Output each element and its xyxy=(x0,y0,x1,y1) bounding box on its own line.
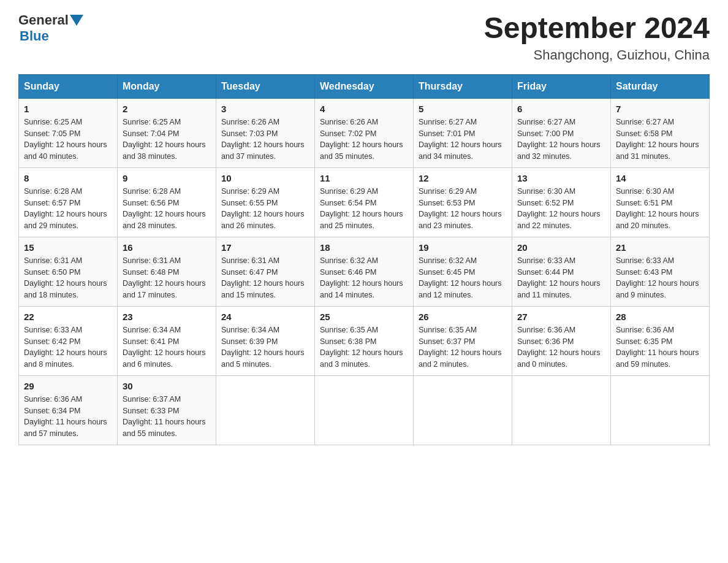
calendar-cell: 5Sunrise: 6:27 AMSunset: 7:01 PMDaylight… xyxy=(414,98,512,167)
calendar-cell: 6Sunrise: 6:27 AMSunset: 7:00 PMDaylight… xyxy=(512,98,611,167)
day-info: Sunrise: 6:25 AMSunset: 7:05 PMDaylight:… xyxy=(24,117,112,163)
day-number: 17 xyxy=(221,242,309,253)
day-number: 1 xyxy=(24,104,112,114)
calendar-cell: 16Sunrise: 6:31 AMSunset: 6:48 PMDayligh… xyxy=(118,237,216,306)
day-number: 15 xyxy=(24,242,112,253)
day-info: Sunrise: 6:30 AMSunset: 6:51 PMDaylight:… xyxy=(616,186,704,232)
day-number: 27 xyxy=(517,312,605,322)
day-number: 21 xyxy=(616,242,704,253)
calendar-cell: 21Sunrise: 6:33 AMSunset: 6:43 PMDayligh… xyxy=(611,237,710,306)
calendar-cell xyxy=(512,375,611,445)
day-number: 3 xyxy=(221,104,309,114)
calendar-cell: 13Sunrise: 6:30 AMSunset: 6:52 PMDayligh… xyxy=(512,167,611,237)
day-number: 20 xyxy=(517,242,605,253)
day-info: Sunrise: 6:31 AMSunset: 6:48 PMDaylight:… xyxy=(123,255,211,301)
svg-marker-0 xyxy=(70,15,83,26)
month-year-title: September 2024 xyxy=(484,12,710,45)
calendar-cell: 7Sunrise: 6:27 AMSunset: 6:58 PMDaylight… xyxy=(611,98,710,167)
logo-general-text: General xyxy=(18,12,69,28)
day-info: Sunrise: 6:31 AMSunset: 6:50 PMDaylight:… xyxy=(24,255,112,301)
col-header-tuesday: Tuesday xyxy=(216,74,315,98)
day-info: Sunrise: 6:29 AMSunset: 6:53 PMDaylight:… xyxy=(419,186,507,232)
calendar-week-row: 22Sunrise: 6:33 AMSunset: 6:42 PMDayligh… xyxy=(19,306,710,375)
calendar-cell: 19Sunrise: 6:32 AMSunset: 6:45 PMDayligh… xyxy=(414,237,512,306)
calendar-week-row: 8Sunrise: 6:28 AMSunset: 6:57 PMDaylight… xyxy=(19,167,710,237)
day-info: Sunrise: 6:35 AMSunset: 6:37 PMDaylight:… xyxy=(419,324,507,370)
day-number: 25 xyxy=(320,312,408,322)
day-number: 28 xyxy=(616,312,704,322)
calendar-cell: 17Sunrise: 6:31 AMSunset: 6:47 PMDayligh… xyxy=(216,237,315,306)
day-number: 4 xyxy=(320,104,408,114)
day-info: Sunrise: 6:33 AMSunset: 6:43 PMDaylight:… xyxy=(616,255,704,301)
day-info: Sunrise: 6:36 AMSunset: 6:34 PMDaylight:… xyxy=(24,394,112,440)
calendar-cell: 24Sunrise: 6:34 AMSunset: 6:39 PMDayligh… xyxy=(216,306,315,375)
col-header-thursday: Thursday xyxy=(414,74,512,98)
day-number: 29 xyxy=(24,381,112,391)
day-info: Sunrise: 6:35 AMSunset: 6:38 PMDaylight:… xyxy=(320,324,408,370)
calendar-cell: 28Sunrise: 6:36 AMSunset: 6:35 PMDayligh… xyxy=(611,306,710,375)
calendar-cell: 22Sunrise: 6:33 AMSunset: 6:42 PMDayligh… xyxy=(19,306,118,375)
location-subtitle: Shangchong, Guizhou, China xyxy=(484,47,710,63)
calendar-cell: 26Sunrise: 6:35 AMSunset: 6:37 PMDayligh… xyxy=(414,306,512,375)
day-number: 24 xyxy=(221,312,309,322)
day-number: 2 xyxy=(123,104,211,114)
calendar-table: SundayMondayTuesdayWednesdayThursdayFrid… xyxy=(18,74,710,445)
day-number: 5 xyxy=(419,104,507,114)
day-number: 18 xyxy=(320,242,408,253)
header: General Blue September 2024 Shangchong, … xyxy=(18,12,710,63)
day-number: 30 xyxy=(123,381,211,391)
calendar-cell xyxy=(315,375,414,445)
calendar-cell xyxy=(216,375,315,445)
day-info: Sunrise: 6:26 AMSunset: 7:03 PMDaylight:… xyxy=(221,117,309,163)
day-info: Sunrise: 6:36 AMSunset: 6:36 PMDaylight:… xyxy=(517,324,605,370)
calendar-cell: 10Sunrise: 6:29 AMSunset: 6:55 PMDayligh… xyxy=(216,167,315,237)
calendar-week-row: 1Sunrise: 6:25 AMSunset: 7:05 PMDaylight… xyxy=(19,98,710,167)
calendar-cell: 3Sunrise: 6:26 AMSunset: 7:03 PMDaylight… xyxy=(216,98,315,167)
day-info: Sunrise: 6:29 AMSunset: 6:55 PMDaylight:… xyxy=(221,186,309,232)
day-info: Sunrise: 6:36 AMSunset: 6:35 PMDaylight:… xyxy=(616,324,704,370)
calendar-cell: 1Sunrise: 6:25 AMSunset: 7:05 PMDaylight… xyxy=(19,98,118,167)
day-info: Sunrise: 6:27 AMSunset: 6:58 PMDaylight:… xyxy=(616,117,704,163)
day-info: Sunrise: 6:30 AMSunset: 6:52 PMDaylight:… xyxy=(517,186,605,232)
day-info: Sunrise: 6:33 AMSunset: 6:42 PMDaylight:… xyxy=(24,324,112,370)
logo-triangle-icon xyxy=(70,15,83,26)
calendar-cell: 9Sunrise: 6:28 AMSunset: 6:56 PMDaylight… xyxy=(118,167,216,237)
calendar-week-row: 15Sunrise: 6:31 AMSunset: 6:50 PMDayligh… xyxy=(19,237,710,306)
logo-blue-text: Blue xyxy=(20,28,49,44)
calendar-cell: 29Sunrise: 6:36 AMSunset: 6:34 PMDayligh… xyxy=(19,375,118,445)
calendar-cell: 20Sunrise: 6:33 AMSunset: 6:44 PMDayligh… xyxy=(512,237,611,306)
day-number: 12 xyxy=(419,173,507,183)
day-number: 6 xyxy=(517,104,605,114)
col-header-monday: Monday xyxy=(118,74,216,98)
day-info: Sunrise: 6:33 AMSunset: 6:44 PMDaylight:… xyxy=(517,255,605,301)
day-number: 7 xyxy=(616,104,704,114)
calendar-cell: 25Sunrise: 6:35 AMSunset: 6:38 PMDayligh… xyxy=(315,306,414,375)
day-number: 16 xyxy=(123,242,211,253)
day-number: 13 xyxy=(517,173,605,183)
day-info: Sunrise: 6:31 AMSunset: 6:47 PMDaylight:… xyxy=(221,255,309,301)
calendar-cell: 18Sunrise: 6:32 AMSunset: 6:46 PMDayligh… xyxy=(315,237,414,306)
day-number: 23 xyxy=(123,312,211,322)
day-number: 11 xyxy=(320,173,408,183)
calendar-cell xyxy=(611,375,710,445)
day-info: Sunrise: 6:25 AMSunset: 7:04 PMDaylight:… xyxy=(123,117,211,163)
calendar-cell: 12Sunrise: 6:29 AMSunset: 6:53 PMDayligh… xyxy=(414,167,512,237)
day-number: 19 xyxy=(419,242,507,253)
day-number: 10 xyxy=(221,173,309,183)
calendar-header-row: SundayMondayTuesdayWednesdayThursdayFrid… xyxy=(19,74,710,98)
calendar-cell: 30Sunrise: 6:37 AMSunset: 6:33 PMDayligh… xyxy=(118,375,216,445)
day-number: 22 xyxy=(24,312,112,322)
calendar-cell: 2Sunrise: 6:25 AMSunset: 7:04 PMDaylight… xyxy=(118,98,216,167)
day-info: Sunrise: 6:32 AMSunset: 6:45 PMDaylight:… xyxy=(419,255,507,301)
calendar-cell: 14Sunrise: 6:30 AMSunset: 6:51 PMDayligh… xyxy=(611,167,710,237)
day-info: Sunrise: 6:26 AMSunset: 7:02 PMDaylight:… xyxy=(320,117,408,163)
day-number: 8 xyxy=(24,173,112,183)
col-header-sunday: Sunday xyxy=(19,74,118,98)
calendar-cell: 8Sunrise: 6:28 AMSunset: 6:57 PMDaylight… xyxy=(19,167,118,237)
day-info: Sunrise: 6:34 AMSunset: 6:39 PMDaylight:… xyxy=(221,324,309,370)
day-number: 14 xyxy=(616,173,704,183)
day-info: Sunrise: 6:29 AMSunset: 6:54 PMDaylight:… xyxy=(320,186,408,232)
calendar-cell xyxy=(414,375,512,445)
day-info: Sunrise: 6:32 AMSunset: 6:46 PMDaylight:… xyxy=(320,255,408,301)
col-header-wednesday: Wednesday xyxy=(315,74,414,98)
